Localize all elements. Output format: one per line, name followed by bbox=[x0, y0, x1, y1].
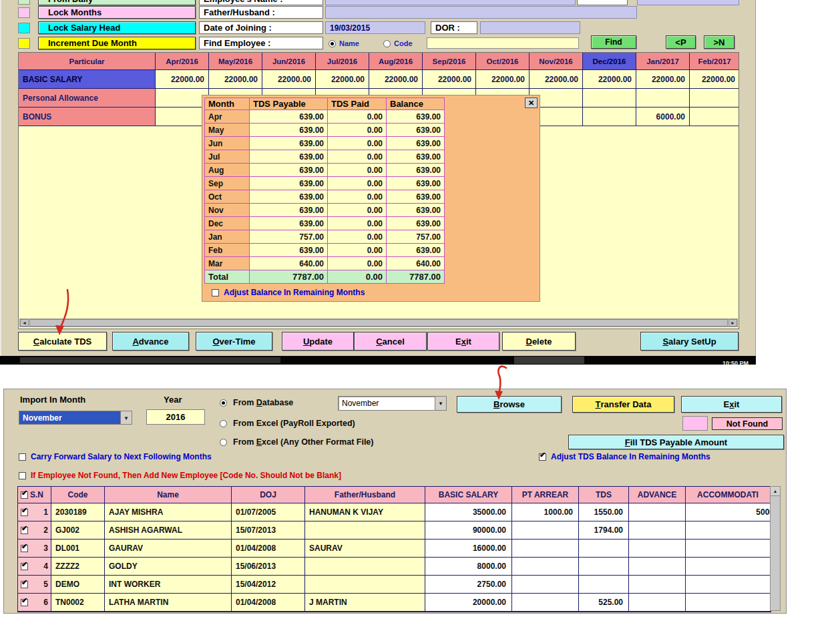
salary-grid-cell[interactable]: 22000.00 bbox=[583, 70, 636, 89]
lock-salary-head-button[interactable]: Lock Salary Head bbox=[38, 21, 196, 34]
find-employee-input[interactable] bbox=[427, 37, 579, 49]
salary-grid-header-cell[interactable]: Jul/2016 bbox=[316, 53, 369, 70]
salary-grid-cell[interactable] bbox=[583, 89, 636, 108]
carry-forward-checkbox[interactable]: Carry Forward Salary to Next Following M… bbox=[19, 452, 212, 461]
fill-tds-payable-button[interactable]: Fill TDS Payable Amount bbox=[568, 435, 784, 449]
date-of-joining-value[interactable]: 19/03/2015 bbox=[325, 21, 425, 34]
name-radio-icon[interactable] bbox=[329, 40, 336, 47]
scroll-up-icon[interactable]: ▲ bbox=[771, 487, 780, 496]
exit-button[interactable]: Exit bbox=[427, 332, 499, 351]
row-checkbox-icon[interactable]: ✔ bbox=[21, 581, 28, 588]
year-field[interactable]: 2016 bbox=[146, 409, 205, 425]
salary-grid-header-cell[interactable]: Apr/2016 bbox=[156, 53, 209, 70]
salary-grid-header-cell[interactable]: Dec/2016 bbox=[583, 53, 636, 70]
advance-button[interactable]: Advance bbox=[112, 332, 189, 351]
salary-grid-cell[interactable]: 22000.00 bbox=[423, 70, 476, 89]
row-checkbox-icon[interactable]: ✔ bbox=[21, 545, 28, 552]
code-radio-icon[interactable] bbox=[383, 40, 391, 47]
previous-record-button[interactable]: <P bbox=[666, 35, 696, 49]
salary-grid-cell[interactable]: 22000.00 bbox=[262, 70, 316, 89]
salary-grid-cell[interactable]: 22000.00 bbox=[530, 70, 583, 89]
add-new-employee-checkbox-icon[interactable] bbox=[19, 472, 26, 479]
salary-row-label[interactable]: BASIC SALARY bbox=[19, 70, 156, 89]
salary-grid-header-cell[interactable]: Nov/2016 bbox=[530, 53, 583, 70]
salary-grid-cell[interactable]: 22000.00 bbox=[476, 70, 530, 89]
salary-grid-header-cell[interactable]: May/2016 bbox=[209, 53, 262, 70]
salary-grid-cell[interactable]: 22000.00 bbox=[369, 70, 423, 89]
lock-months-button[interactable]: Lock Months bbox=[38, 6, 196, 19]
salary-grid-header-cell[interactable]: Particular bbox=[19, 53, 156, 70]
adjust-balance-checkbox-icon[interactable] bbox=[212, 289, 219, 296]
from-excel-other-radio-icon[interactable] bbox=[220, 439, 227, 446]
scroll-left-icon[interactable]: ◄ bbox=[20, 319, 29, 327]
father-husband-input[interactable] bbox=[325, 6, 637, 19]
salary-grid-hscrollbar[interactable]: ◄ ► bbox=[19, 319, 738, 327]
calculate-tds-button[interactable]: Calculate TDS bbox=[18, 332, 107, 351]
find-by-name-radio[interactable]: Name bbox=[329, 39, 359, 47]
salary-grid-cell[interactable]: 22000.00 bbox=[156, 70, 209, 89]
employee-name-input[interactable] bbox=[325, 0, 576, 5]
dor-input[interactable] bbox=[480, 21, 580, 34]
employee-table-vscrollbar[interactable]: ▲ bbox=[770, 486, 781, 611]
table-row: ✔2GJ002ASHISH AGARWAL15/07/201390000.001… bbox=[18, 521, 771, 540]
taskbar[interactable]: 10:50 PM bbox=[0, 356, 756, 365]
salary-grid-cell[interactable]: 22000.00 bbox=[209, 70, 262, 89]
salary-grid-cell[interactable]: 6000.00 bbox=[636, 108, 690, 126]
close-icon[interactable]: ✕ bbox=[525, 97, 538, 108]
from-excel-other-radio[interactable]: From Excel (Any Other Format File) bbox=[220, 437, 373, 447]
import-exit-button[interactable]: Exit bbox=[681, 396, 782, 413]
from-database-radio-icon[interactable] bbox=[220, 399, 227, 407]
from-excel-payroll-radio[interactable]: From Excel (PayRoll Exported) bbox=[220, 419, 355, 428]
carry-forward-checkbox-icon[interactable] bbox=[19, 453, 26, 461]
salary-grid-cell[interactable] bbox=[636, 89, 690, 108]
salary-grid-cell[interactable] bbox=[583, 108, 636, 126]
from-database-radio[interactable]: From Database bbox=[220, 398, 293, 407]
row-checkbox-icon[interactable]: ✔ bbox=[21, 563, 28, 570]
salary-row-label[interactable]: BONUS bbox=[19, 108, 156, 126]
import-month-combobox[interactable]: November ▾ bbox=[19, 411, 132, 425]
next-record-button[interactable]: >N bbox=[704, 35, 734, 49]
chevron-down-icon[interactable]: ▾ bbox=[435, 397, 446, 410]
salary-grid-cell[interactable]: 22000.00 bbox=[316, 70, 369, 89]
salary-grid-cell[interactable] bbox=[156, 108, 209, 126]
salary-grid-cell[interactable] bbox=[690, 89, 739, 108]
row-checkbox-icon[interactable]: ✔ bbox=[21, 527, 28, 534]
salary-grid-header-cell[interactable]: Aug/2016 bbox=[369, 53, 423, 70]
salary-grid-header-cell[interactable]: Sep/2016 bbox=[423, 53, 476, 70]
salary-grid-header-cell[interactable]: Feb/2017 bbox=[690, 53, 739, 70]
employee-table-cell bbox=[579, 558, 629, 576]
salary-grid-cell[interactable] bbox=[690, 108, 739, 126]
transfer-data-button[interactable]: Transfer Data bbox=[572, 396, 674, 413]
find-button[interactable]: Find bbox=[591, 35, 636, 49]
salary-grid-cell[interactable] bbox=[156, 89, 209, 108]
salary-grid-cell[interactable]: 22000.00 bbox=[690, 70, 739, 89]
salary-grid-header-cell[interactable]: Oct/2016 bbox=[476, 53, 530, 70]
adjust-tds-balance-checkbox-icon[interactable]: ✔ bbox=[539, 453, 546, 461]
db-month-combobox[interactable]: November ▾ bbox=[338, 396, 447, 411]
row-checkbox-icon[interactable]: ✔ bbox=[21, 599, 28, 606]
row-checkbox-icon[interactable]: ✔ bbox=[21, 509, 28, 516]
find-by-code-radio[interactable]: Code bbox=[383, 39, 413, 47]
delete-button[interactable]: Delete bbox=[502, 332, 576, 351]
over-time-button[interactable]: Over-Time bbox=[196, 332, 272, 351]
employee-code-box[interactable] bbox=[577, 0, 628, 5]
salary-grid-cell[interactable]: 22000.00 bbox=[636, 70, 690, 89]
employee-extra-input[interactable] bbox=[637, 0, 739, 5]
browse-button[interactable]: Browse bbox=[457, 396, 562, 413]
cancel-button[interactable]: Cancel bbox=[354, 332, 427, 351]
salary-grid-header-cell[interactable]: Jun/2016 bbox=[262, 53, 316, 70]
add-new-employee-checkbox[interactable]: If Employee Not Found, Then Add New Empl… bbox=[19, 471, 341, 480]
update-button[interactable]: Update bbox=[282, 332, 354, 351]
increment-due-month-button[interactable]: Increment Due Month bbox=[38, 37, 196, 49]
hscroll-thumb[interactable] bbox=[29, 319, 728, 327]
salary-grid-header-cell[interactable]: Jan/2017 bbox=[636, 53, 690, 70]
salary-setup-button[interactable]: Salary SetUp bbox=[640, 332, 739, 351]
salary-row-label[interactable]: Personal Allowance bbox=[19, 89, 156, 108]
adjust-balance-checkbox[interactable]: Adjust Balance In Remaining Months bbox=[212, 288, 365, 297]
from-excel-payroll-radio-icon[interactable] bbox=[220, 420, 227, 427]
adjust-tds-balance-checkbox[interactable]: ✔ Adjust TDS Balance In Remaining Months bbox=[539, 452, 710, 461]
chevron-down-icon[interactable]: ▾ bbox=[120, 411, 132, 424]
scroll-right-icon[interactable]: ► bbox=[728, 319, 737, 327]
select-all-checkbox-icon[interactable]: ✔ bbox=[21, 491, 28, 499]
from-daily-button[interactable]: From Daily bbox=[38, 0, 196, 5]
